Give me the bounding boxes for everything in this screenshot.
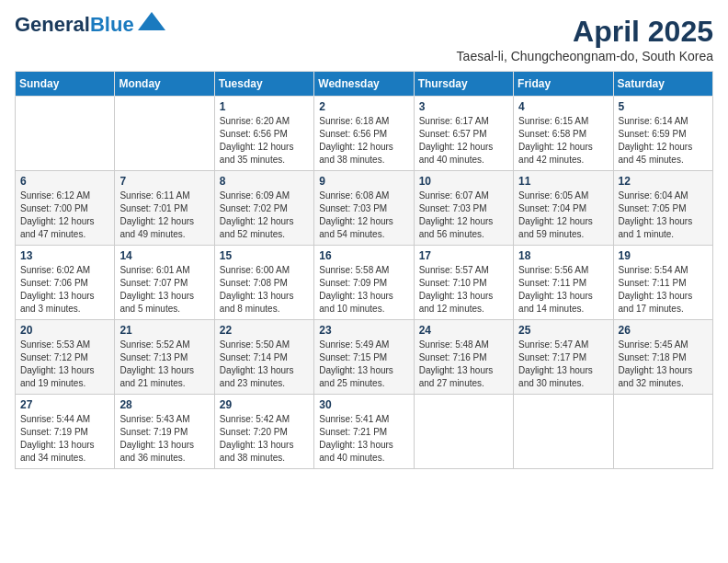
day-number: 29 — [220, 398, 309, 411]
day-number: 3 — [419, 100, 508, 113]
day-info: Sunrise: 5:58 AM Sunset: 7:09 PM Dayligh… — [319, 264, 408, 316]
calendar-cell: 4Sunrise: 6:15 AM Sunset: 6:58 PM Daylig… — [514, 97, 613, 171]
day-number: 26 — [619, 324, 708, 337]
calendar-cell: 10Sunrise: 6:07 AM Sunset: 7:03 PM Dayli… — [414, 171, 513, 246]
day-info: Sunrise: 6:08 AM Sunset: 7:03 PM Dayligh… — [319, 190, 408, 241]
calendar-week-4: 20Sunrise: 5:53 AM Sunset: 7:12 PM Dayli… — [16, 320, 713, 395]
calendar-cell: 12Sunrise: 6:04 AM Sunset: 7:05 PM Dayli… — [613, 171, 712, 246]
calendar-cell: 30Sunrise: 5:41 AM Sunset: 7:21 PM Dayli… — [314, 395, 414, 469]
weekday-header-saturday: Saturday — [613, 72, 712, 97]
day-info: Sunrise: 6:14 AM Sunset: 6:59 PM Dayligh… — [619, 115, 708, 167]
weekday-header-tuesday: Tuesday — [214, 72, 313, 97]
day-info: Sunrise: 5:43 AM Sunset: 7:19 PM Dayligh… — [119, 413, 209, 465]
day-number: 5 — [619, 100, 708, 113]
calendar-cell: 1Sunrise: 6:20 AM Sunset: 6:56 PM Daylig… — [214, 97, 313, 171]
weekday-header-monday: Monday — [115, 72, 214, 97]
day-info: Sunrise: 5:44 AM Sunset: 7:19 PM Dayligh… — [20, 413, 109, 465]
day-number: 15 — [220, 249, 309, 262]
day-info: Sunrise: 5:52 AM Sunset: 7:13 PM Dayligh… — [119, 339, 209, 390]
logo-icon — [138, 12, 165, 30]
day-info: Sunrise: 5:45 AM Sunset: 7:18 PM Dayligh… — [619, 339, 708, 390]
day-info: Sunrise: 6:18 AM Sunset: 6:56 PM Dayligh… — [319, 115, 408, 167]
day-info: Sunrise: 6:07 AM Sunset: 7:03 PM Dayligh… — [419, 190, 508, 241]
day-number: 21 — [119, 324, 209, 337]
calendar-week-2: 6Sunrise: 6:12 AM Sunset: 7:00 PM Daylig… — [16, 171, 713, 246]
weekday-header-wednesday: Wednesday — [314, 72, 414, 97]
day-info: Sunrise: 5:54 AM Sunset: 7:11 PM Dayligh… — [619, 264, 708, 316]
day-info: Sunrise: 5:56 AM Sunset: 7:11 PM Dayligh… — [518, 264, 608, 316]
day-number: 18 — [518, 249, 608, 262]
calendar-cell: 19Sunrise: 5:54 AM Sunset: 7:11 PM Dayli… — [613, 246, 712, 320]
calendar-table: SundayMondayTuesdayWednesdayThursdayFrid… — [15, 71, 713, 469]
logo: GeneralBlue — [15, 15, 165, 35]
day-number: 8 — [220, 175, 309, 188]
calendar-cell: 22Sunrise: 5:50 AM Sunset: 7:14 PM Dayli… — [214, 320, 313, 395]
title-area: April 2025 Taesal-li, Chungcheongnam-do,… — [457, 15, 713, 63]
day-info: Sunrise: 6:09 AM Sunset: 7:02 PM Dayligh… — [220, 190, 309, 241]
day-info: Sunrise: 5:57 AM Sunset: 7:10 PM Dayligh… — [419, 264, 508, 316]
day-info: Sunrise: 5:41 AM Sunset: 7:21 PM Dayligh… — [319, 413, 408, 465]
day-info: Sunrise: 6:20 AM Sunset: 6:56 PM Dayligh… — [220, 115, 309, 167]
day-number: 27 — [20, 398, 109, 411]
month-title: April 2025 — [457, 15, 713, 49]
day-number: 20 — [20, 324, 109, 337]
calendar-cell: 7Sunrise: 6:11 AM Sunset: 7:01 PM Daylig… — [115, 171, 214, 246]
day-info: Sunrise: 6:05 AM Sunset: 7:04 PM Dayligh… — [518, 190, 608, 241]
day-number: 10 — [419, 175, 508, 188]
day-number: 11 — [518, 175, 608, 188]
day-number: 17 — [419, 249, 508, 262]
day-number: 2 — [319, 100, 408, 113]
day-number: 9 — [319, 175, 408, 188]
calendar-cell: 3Sunrise: 6:17 AM Sunset: 6:57 PM Daylig… — [414, 97, 513, 171]
day-number: 1 — [220, 100, 309, 113]
day-info: Sunrise: 6:01 AM Sunset: 7:07 PM Dayligh… — [119, 264, 209, 316]
weekday-header-sunday: Sunday — [16, 72, 115, 97]
day-info: Sunrise: 5:50 AM Sunset: 7:14 PM Dayligh… — [220, 339, 309, 390]
svg-marker-0 — [138, 12, 165, 30]
day-info: Sunrise: 6:04 AM Sunset: 7:05 PM Dayligh… — [619, 190, 708, 241]
page-header: GeneralBlue April 2025 Taesal-li, Chungc… — [15, 15, 713, 63]
day-number: 4 — [518, 100, 608, 113]
day-number: 19 — [619, 249, 708, 262]
subtitle: Taesal-li, Chungcheongnam-do, South Kore… — [457, 49, 713, 63]
calendar-cell: 14Sunrise: 6:01 AM Sunset: 7:07 PM Dayli… — [115, 246, 214, 320]
day-number: 24 — [419, 324, 508, 337]
day-info: Sunrise: 6:17 AM Sunset: 6:57 PM Dayligh… — [419, 115, 508, 167]
day-number: 25 — [518, 324, 608, 337]
calendar-cell: 27Sunrise: 5:44 AM Sunset: 7:19 PM Dayli… — [16, 395, 115, 469]
calendar-cell: 16Sunrise: 5:58 AM Sunset: 7:09 PM Dayli… — [314, 246, 414, 320]
day-info: Sunrise: 5:47 AM Sunset: 7:17 PM Dayligh… — [518, 339, 608, 390]
calendar-cell: 2Sunrise: 6:18 AM Sunset: 6:56 PM Daylig… — [314, 97, 414, 171]
calendar-cell: 29Sunrise: 5:42 AM Sunset: 7:20 PM Dayli… — [214, 395, 313, 469]
day-info: Sunrise: 6:02 AM Sunset: 7:06 PM Dayligh… — [20, 264, 109, 316]
day-info: Sunrise: 5:49 AM Sunset: 7:15 PM Dayligh… — [319, 339, 408, 390]
weekday-header-friday: Friday — [514, 72, 613, 97]
day-number: 14 — [119, 249, 209, 262]
calendar-cell: 28Sunrise: 5:43 AM Sunset: 7:19 PM Dayli… — [115, 395, 214, 469]
day-number: 30 — [319, 398, 408, 411]
calendar-cell: 11Sunrise: 6:05 AM Sunset: 7:04 PM Dayli… — [514, 171, 613, 246]
weekday-header-thursday: Thursday — [414, 72, 513, 97]
calendar-week-5: 27Sunrise: 5:44 AM Sunset: 7:19 PM Dayli… — [16, 395, 713, 469]
day-number: 16 — [319, 249, 408, 262]
calendar-cell — [115, 97, 214, 171]
calendar-cell: 9Sunrise: 6:08 AM Sunset: 7:03 PM Daylig… — [314, 171, 414, 246]
calendar-cell: 18Sunrise: 5:56 AM Sunset: 7:11 PM Dayli… — [514, 246, 613, 320]
calendar-cell: 5Sunrise: 6:14 AM Sunset: 6:59 PM Daylig… — [613, 97, 712, 171]
calendar-cell: 24Sunrise: 5:48 AM Sunset: 7:16 PM Dayli… — [414, 320, 513, 395]
calendar-cell: 8Sunrise: 6:09 AM Sunset: 7:02 PM Daylig… — [214, 171, 313, 246]
calendar-cell: 15Sunrise: 6:00 AM Sunset: 7:08 PM Dayli… — [214, 246, 313, 320]
day-number: 23 — [319, 324, 408, 337]
day-info: Sunrise: 6:12 AM Sunset: 7:00 PM Dayligh… — [20, 190, 109, 241]
day-info: Sunrise: 5:53 AM Sunset: 7:12 PM Dayligh… — [20, 339, 109, 390]
day-number: 28 — [119, 398, 209, 411]
calendar-week-1: 1Sunrise: 6:20 AM Sunset: 6:56 PM Daylig… — [16, 97, 713, 171]
calendar-cell: 20Sunrise: 5:53 AM Sunset: 7:12 PM Dayli… — [16, 320, 115, 395]
day-info: Sunrise: 6:00 AM Sunset: 7:08 PM Dayligh… — [220, 264, 309, 316]
calendar-cell — [16, 97, 115, 171]
calendar-cell: 23Sunrise: 5:49 AM Sunset: 7:15 PM Dayli… — [314, 320, 414, 395]
day-number: 22 — [220, 324, 309, 337]
day-number: 12 — [619, 175, 708, 188]
calendar-cell: 26Sunrise: 5:45 AM Sunset: 7:18 PM Dayli… — [613, 320, 712, 395]
day-number: 6 — [20, 175, 109, 188]
